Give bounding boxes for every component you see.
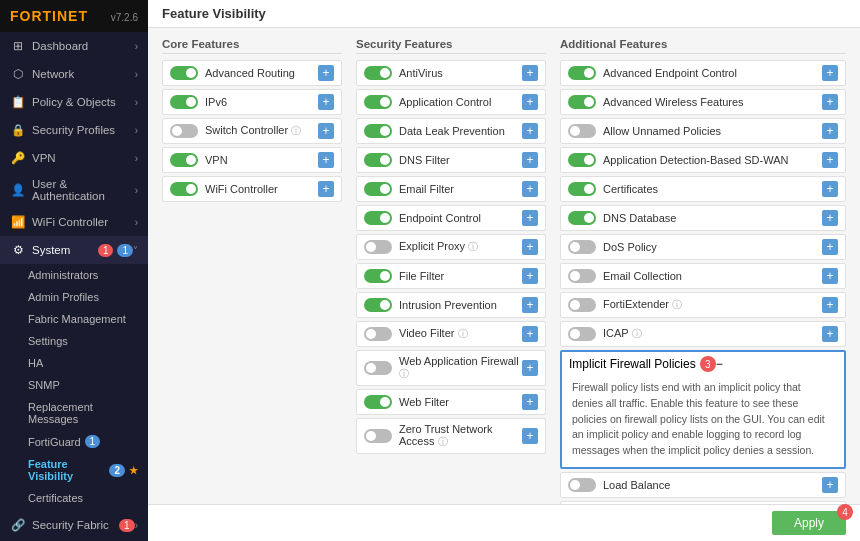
feature-plus-button[interactable]: + (318, 65, 334, 81)
feature-plus-button[interactable]: + (822, 268, 838, 284)
feature-toggle[interactable] (568, 478, 596, 492)
feature-toggle[interactable] (170, 153, 198, 167)
feature-toggle[interactable] (364, 153, 392, 167)
sidebar-subitem-administrators[interactable]: Administrators (0, 264, 148, 286)
feature-name: Application Detection-Based SD-WAN (603, 154, 822, 166)
sidebar-subitem-feature-visibility[interactable]: Feature Visibility 2 ★ (0, 453, 148, 487)
dashboard-icon: ⊞ (10, 38, 26, 54)
feature-toggle[interactable] (568, 327, 596, 341)
feature-plus-button[interactable]: + (522, 268, 538, 284)
feature-toggle[interactable] (568, 211, 596, 225)
sidebar-item-security-fabric[interactable]: 🔗 Security Fabric 1 › (0, 511, 148, 539)
feature-plus-button[interactable]: + (822, 297, 838, 313)
feature-toggle[interactable] (170, 182, 198, 196)
feature-plus-button[interactable]: + (822, 210, 838, 226)
feature-toggle[interactable] (364, 66, 392, 80)
feature-plus-button[interactable]: + (522, 428, 538, 444)
feature-plus-button[interactable]: + (522, 123, 538, 139)
feature-plus-button[interactable]: + (522, 152, 538, 168)
feature-row: Email Filter+ (356, 176, 546, 202)
sidebar-item-wifi[interactable]: 📶 WiFi Controller › (0, 208, 148, 236)
feature-plus-button[interactable]: + (822, 477, 838, 493)
sidebar-item-label: Security Profiles (32, 124, 135, 136)
sidebar-subitem-certificates[interactable]: Certificates (0, 487, 148, 509)
sidebar-subitem-ha[interactable]: HA (0, 352, 148, 374)
feature-plus-button[interactable]: + (522, 210, 538, 226)
feature-toggle[interactable] (568, 182, 596, 196)
fabric-badge: 1 (119, 519, 135, 532)
feature-name: Allow Unnamed Policies (603, 125, 822, 137)
security-features-list: AntiVirus+Application Control+Data Leak … (356, 60, 546, 457)
page-title: Feature Visibility (162, 6, 266, 21)
info-icon[interactable]: ⓘ (458, 328, 468, 339)
feature-toggle[interactable] (568, 66, 596, 80)
sidebar-item-user-auth[interactable]: 👤 User & Authentication › (0, 172, 148, 208)
info-icon[interactable]: ⓘ (632, 328, 642, 339)
info-icon[interactable]: ⓘ (399, 368, 409, 379)
feature-name: Intrusion Prevention (399, 299, 522, 311)
feature-plus-button[interactable]: + (822, 239, 838, 255)
feature-plus-button[interactable]: + (822, 94, 838, 110)
sidebar-subitem-settings[interactable]: Settings (0, 330, 148, 352)
info-icon[interactable]: ⓘ (291, 125, 301, 136)
feature-name: Data Leak Prevention (399, 125, 522, 137)
feature-toggle[interactable] (364, 298, 392, 312)
info-icon[interactable]: ⓘ (438, 436, 448, 447)
feature-toggle[interactable] (364, 327, 392, 341)
feature-toggle[interactable] (568, 153, 596, 167)
feature-plus-button[interactable]: + (522, 65, 538, 81)
sidebar-subitem-fortiguard[interactable]: FortiGuard 1 (0, 430, 148, 453)
feature-toggle[interactable] (170, 124, 198, 138)
feature-toggle[interactable] (364, 124, 392, 138)
feature-plus-button[interactable]: + (522, 394, 538, 410)
feature-toggle[interactable] (364, 395, 392, 409)
feature-toggle[interactable] (568, 298, 596, 312)
feature-plus-button[interactable]: + (822, 181, 838, 197)
feature-plus-button[interactable]: + (522, 360, 538, 376)
feature-toggle[interactable] (364, 429, 392, 443)
feature-plus-button[interactable]: + (522, 94, 538, 110)
feature-plus-button[interactable]: + (318, 181, 334, 197)
sidebar-item-security-profiles[interactable]: 🔒 Security Profiles › (0, 116, 148, 144)
feature-plus-button[interactable]: + (822, 123, 838, 139)
feature-toggle[interactable] (364, 182, 392, 196)
sidebar-subitem-admin-profiles[interactable]: Admin Profiles (0, 286, 148, 308)
feature-toggle[interactable] (364, 240, 392, 254)
feature-toggle[interactable] (568, 124, 596, 138)
info-icon[interactable]: ⓘ (468, 241, 478, 252)
sidebar-item-system[interactable]: ⚙ System 1 1 ˅ (0, 236, 148, 264)
feature-toggle[interactable] (568, 95, 596, 109)
arrow-icon: › (135, 520, 138, 531)
sidebar-item-label: User & Authentication (32, 178, 135, 202)
info-icon[interactable]: ⓘ (672, 299, 682, 310)
sidebar-item-vpn[interactable]: 🔑 VPN › (0, 144, 148, 172)
feature-plus-button[interactable]: + (522, 326, 538, 342)
feature-plus-button[interactable]: + (822, 152, 838, 168)
feature-toggle[interactable] (568, 269, 596, 283)
feature-toggle[interactable] (364, 361, 392, 375)
feature-plus-button[interactable]: + (318, 123, 334, 139)
feature-row: DoS Policy+ (560, 234, 846, 260)
feature-toggle[interactable] (170, 66, 198, 80)
feature-plus-button[interactable]: + (522, 181, 538, 197)
sidebar-item-policy-objects[interactable]: 📋 Policy & Objects › (0, 88, 148, 116)
feature-toggle[interactable] (170, 95, 198, 109)
apply-button[interactable]: Apply 4 (772, 511, 846, 535)
sidebar-subitem-replacement-messages[interactable]: Replacement Messages (0, 396, 148, 430)
sidebar-subitem-snmp[interactable]: SNMP (0, 374, 148, 396)
feature-plus-button[interactable]: + (822, 65, 838, 81)
feature-plus-button[interactable]: + (822, 326, 838, 342)
sidebar-item-dashboard[interactable]: ⊞ Dashboard › (0, 32, 148, 60)
feature-toggle[interactable] (364, 269, 392, 283)
sidebar-subitem-fabric-management[interactable]: Fabric Management (0, 308, 148, 330)
feature-row: Advanced Wireless Features+ (560, 89, 846, 115)
feature-toggle[interactable] (568, 240, 596, 254)
feature-toggle[interactable] (364, 95, 392, 109)
feature-minus-button[interactable]: − (716, 357, 723, 371)
feature-plus-button[interactable]: + (318, 152, 334, 168)
feature-plus-button[interactable]: + (522, 239, 538, 255)
feature-plus-button[interactable]: + (318, 94, 334, 110)
feature-toggle[interactable] (364, 211, 392, 225)
feature-plus-button[interactable]: + (522, 297, 538, 313)
sidebar-item-network[interactable]: ⬡ Network › (0, 60, 148, 88)
